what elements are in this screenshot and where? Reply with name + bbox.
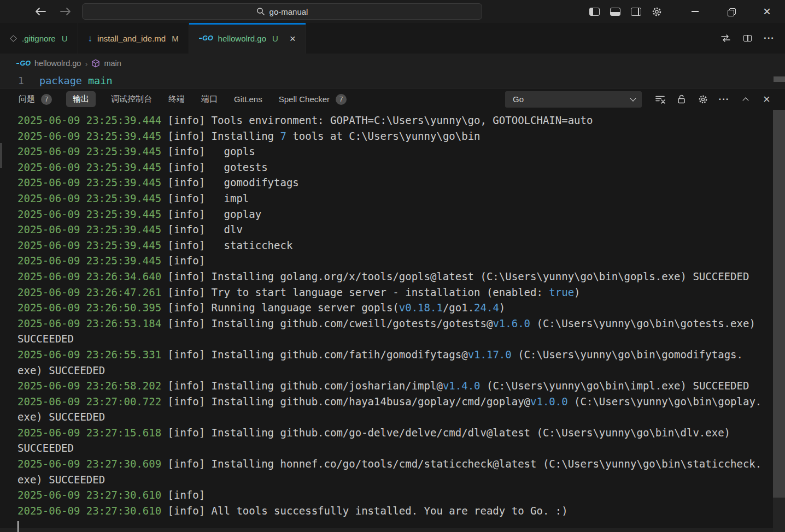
- editor-area[interactable]: GO hellowolrd.go › main 1 package main: [0, 54, 785, 88]
- toggle-panel-icon[interactable]: [605, 0, 625, 23]
- log-line: 2025-06-09 23:26:34.640 [info] Installin…: [17, 269, 773, 285]
- log-line: 2025-06-09 23:26:50.395 [info] Running l…: [17, 300, 773, 316]
- log-line: 2025-06-09 23:25:39.445 [info] gopls: [17, 144, 773, 159]
- editor-more-actions-icon[interactable]: ···: [761, 30, 777, 46]
- log-line: 2025-06-09 23:25:39.445 [info] gomodifyt…: [17, 175, 773, 191]
- unlock-icon[interactable]: [671, 88, 692, 110]
- log-line: exe) SUCCEEDED: [17, 363, 773, 379]
- bottom-panel: 问题7输出调试控制台终端端口GitLensSpell Checker7 Go ·…: [0, 88, 785, 532]
- panel-tab-label: Spell Checker: [278, 92, 331, 107]
- panel-tabs: 问题7输出调试控制台终端端口GitLensSpell Checker7: [17, 91, 347, 107]
- minimize-button[interactable]: [677, 0, 713, 23]
- log-line: 2025-06-09 23:26:55.331 [info] Installin…: [17, 347, 773, 363]
- panel-tab-GitLens[interactable]: GitLens: [233, 92, 263, 107]
- tab-status-badge: U: [272, 34, 278, 43]
- panel-tab-Spell-Checker[interactable]: Spell Checker7: [278, 92, 347, 107]
- tab-label: .gitignore: [22, 34, 56, 43]
- breadcrumb-symbol[interactable]: main: [104, 59, 121, 68]
- editor-tab-bar: .gitignoreU↓install_and_ide.mdMGOhellowo…: [0, 23, 785, 54]
- log-line: 2025-06-09 23:25:39.444 [info] Tools env…: [17, 113, 773, 128]
- close-panel-icon[interactable]: ×: [756, 88, 777, 110]
- panel-scrollbar-thumb[interactable]: [773, 110, 785, 498]
- toggle-secondary-sidebar-icon[interactable]: [625, 0, 646, 23]
- toggle-primary-sidebar-icon[interactable]: [584, 0, 605, 23]
- tab-label: hellowolrd.go: [218, 34, 266, 43]
- log-line: SUCCEEDED: [17, 440, 773, 456]
- log-line: 2025-06-09 23:27:30.609 [info] Installin…: [17, 456, 773, 472]
- output-log: 2025-06-09 23:25:39.444 [info] Tools env…: [0, 110, 773, 532]
- panel-tab-终端[interactable]: 终端: [167, 91, 186, 107]
- go-file-icon: GO: [16, 60, 31, 67]
- clear-output-icon[interactable]: [649, 88, 671, 110]
- output-channel-select[interactable]: Go: [505, 91, 642, 108]
- go-icon: GO: [199, 34, 213, 42]
- search-icon: [256, 7, 265, 16]
- panel-resize-sash[interactable]: [0, 143, 2, 168]
- tab-label: install_and_ide.md: [97, 34, 166, 43]
- log-line: 2025-06-09 23:25:39.445 [info]: [17, 253, 773, 269]
- file-diamond-icon: [10, 35, 17, 42]
- code-identifier: main: [88, 75, 113, 86]
- split-editor-icon[interactable]: [739, 30, 755, 46]
- log-line: 2025-06-09 23:26:47.261 [info] Try to st…: [17, 285, 773, 300]
- back-arrow-icon[interactable]: [34, 5, 47, 18]
- log-line: 2025-06-09 23:27:30.610 [info] All tools…: [17, 503, 773, 519]
- maximize-panel-icon[interactable]: [735, 88, 756, 110]
- title-bar: go-manual ×: [0, 0, 785, 23]
- panel-tab-label: 端口: [200, 91, 219, 107]
- output-channel-value: Go: [513, 94, 524, 104]
- chevron-right-icon: ›: [85, 59, 87, 68]
- log-line: exe) SUCCEEDED: [17, 472, 773, 488]
- compare-changes-icon[interactable]: [717, 30, 734, 46]
- panel-more-actions-icon[interactable]: ···: [713, 88, 735, 110]
- log-line: 2025-06-09 23:27:00.722 [info] Installin…: [17, 394, 773, 410]
- log-line: 2025-06-09 23:26:58.202 [info] Installin…: [17, 378, 773, 394]
- log-line: 2025-06-09 23:25:39.445 [info] dlv: [17, 222, 773, 238]
- close-window-button[interactable]: ×: [749, 0, 785, 23]
- panel-tab-端口[interactable]: 端口: [200, 91, 219, 107]
- log-line: SUCCEEDED: [17, 331, 773, 347]
- forward-arrow-icon[interactable]: [59, 5, 72, 18]
- panel-tab-输出[interactable]: 输出: [66, 91, 96, 107]
- close-tab-icon[interactable]: ×: [290, 33, 296, 44]
- panel-tab-label: GitLens: [233, 92, 263, 107]
- log-line: 2025-06-09 23:27:15.618 [info] Installin…: [17, 425, 773, 441]
- code-line: 1 package main: [0, 73, 785, 88]
- code-keyword: package: [39, 75, 82, 86]
- output-settings-gear-icon[interactable]: [692, 88, 713, 110]
- tab-status-badge: M: [172, 34, 179, 43]
- log-line: 2025-06-09 23:25:39.445 [info] Installin…: [17, 128, 773, 144]
- settings-gear-icon[interactable]: [646, 0, 667, 23]
- vscode-window: go-manual × .gitignoreU↓install_and_ide.…: [0, 0, 785, 532]
- restore-button[interactable]: [713, 0, 749, 23]
- panel-tab-count-badge: 7: [336, 94, 347, 105]
- log-line: 2025-06-09 23:25:39.445 [info] staticche…: [17, 238, 773, 253]
- panel-tab-label: 输出: [66, 91, 96, 107]
- log-line: 2025-06-09 23:25:39.445 [info] gotests: [17, 159, 773, 175]
- chevron-down-icon: [630, 95, 636, 101]
- breadcrumb-file[interactable]: hellowolrd.go: [34, 59, 81, 68]
- search-command-center[interactable]: go-manual: [82, 3, 482, 20]
- tab-status-badge: U: [62, 34, 68, 43]
- log-line: 2025-06-09 23:26:53.184 [info] Installin…: [17, 316, 773, 332]
- panel-tab-label: 调试控制台: [110, 91, 153, 107]
- panel-header: 问题7输出调试控制台终端端口GitLensSpell Checker7 Go ·…: [0, 88, 785, 110]
- markdown-icon: ↓: [88, 34, 93, 43]
- editor-tab-install-and-ide-md[interactable]: ↓install_and_ide.mdM: [78, 23, 189, 54]
- panel-tab-count-badge: 7: [41, 94, 52, 105]
- editor-tab--gitignore[interactable]: .gitignoreU: [0, 23, 78, 54]
- line-number: 1: [0, 75, 39, 86]
- symbol-package-icon: [91, 59, 100, 68]
- editor-tab-hellowolrd-go[interactable]: GOhellowolrd.goU×: [189, 23, 306, 54]
- breadcrumb: GO hellowolrd.go › main: [0, 54, 785, 73]
- panel-horizontal-scrollbar[interactable]: [0, 528, 773, 532]
- log-line: 2025-06-09 23:25:39.445 [info] impl: [17, 191, 773, 206]
- log-line: 2025-06-09 23:27:30.610 [info]: [17, 487, 773, 503]
- editor-scrollbar-thumb[interactable]: [774, 76, 785, 82]
- panel-tab-问题[interactable]: 问题7: [17, 91, 52, 107]
- panel-tab-调试控制台[interactable]: 调试控制台: [110, 91, 153, 107]
- log-line: exe) SUCCEEDED: [17, 409, 773, 425]
- log-line: 2025-06-09 23:25:39.445 [info] goplay: [17, 206, 773, 222]
- search-value: go-manual: [270, 7, 308, 16]
- panel-tab-label: 终端: [167, 91, 186, 107]
